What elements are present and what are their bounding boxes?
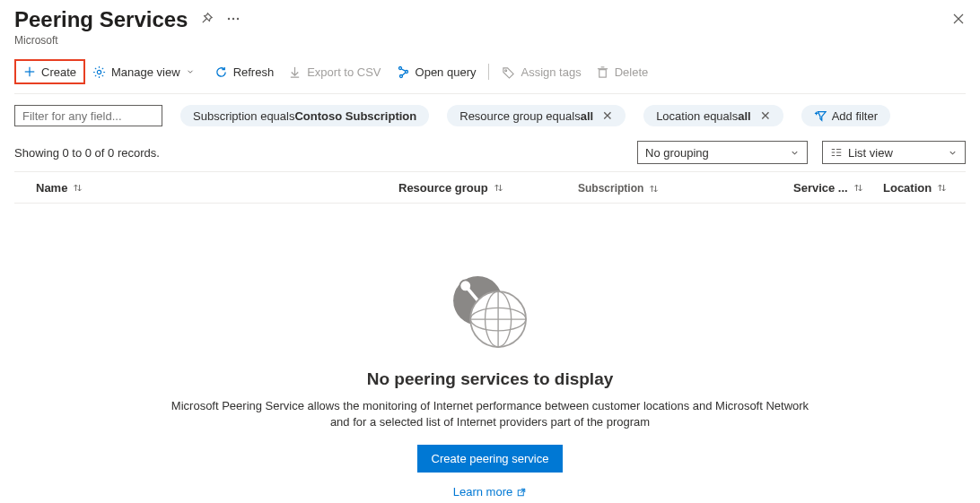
filter-pill-location[interactable]: Location equals all ✕ [643, 105, 783, 126]
col-sub-label: Subscription [578, 182, 643, 195]
assign-tags-button: Assign tags [494, 59, 588, 84]
svg-point-13 [505, 69, 507, 71]
delete-button: Delete [589, 59, 656, 84]
delete-label: Delete [615, 65, 649, 79]
create-peering-service-button[interactable]: Create peering service [417, 445, 564, 473]
pill-sub-value: Contoso Subscription [294, 109, 416, 123]
empty-description: Microsoft Peering Service allows the mon… [167, 398, 813, 430]
column-header-subscription[interactable]: Subscription [578, 182, 793, 195]
export-csv-label: Export to CSV [307, 65, 381, 79]
pill-sub-prefix: Subscription equals [193, 109, 294, 123]
export-csv-button: Export to CSV [281, 59, 388, 84]
col-loc-label: Location [883, 181, 932, 195]
learn-more-link[interactable]: Learn more [453, 485, 527, 499]
col-svc-label: Service ... [793, 181, 848, 195]
svg-point-10 [398, 67, 401, 70]
svg-point-0 [228, 17, 230, 19]
more-icon[interactable] [226, 12, 241, 29]
svg-point-11 [405, 71, 407, 74]
create-button[interactable]: Create [14, 59, 85, 84]
manage-view-label: Manage view [111, 65, 180, 79]
page-subtitle: Microsoft [14, 34, 966, 47]
column-header-location[interactable]: Location [883, 181, 958, 195]
open-query-button[interactable]: Open query [389, 59, 484, 84]
pill-rg-value: all [581, 109, 593, 123]
col-rg-label: Resource group [398, 181, 488, 195]
close-icon[interactable]: ✕ [602, 108, 613, 123]
close-icon[interactable]: ✕ [760, 108, 771, 123]
filter-pill-subscription[interactable]: Subscription equals Contoso Subscription [180, 105, 429, 126]
learn-more-label: Learn more [453, 485, 512, 499]
svg-line-45 [521, 489, 525, 493]
empty-title: No peering services to display [14, 369, 966, 389]
add-filter-label: Add filter [832, 109, 878, 123]
view-dropdown[interactable]: List view [822, 141, 966, 164]
create-label: Create [41, 65, 76, 79]
page-title: Peering Services [14, 7, 188, 32]
assign-tags-label: Assign tags [521, 65, 581, 79]
column-header-name[interactable]: Name [22, 181, 398, 195]
grouping-value: No grouping [645, 146, 709, 160]
pin-icon[interactable] [200, 12, 214, 28]
close-icon[interactable] [951, 12, 966, 29]
pill-loc-value: all [738, 109, 750, 123]
open-query-label: Open query [416, 65, 477, 79]
svg-marker-19 [818, 112, 826, 121]
column-header-resource-group[interactable]: Resource group [398, 181, 578, 195]
refresh-button[interactable]: Refresh [207, 59, 282, 84]
svg-rect-14 [599, 69, 606, 76]
svg-point-12 [399, 75, 402, 78]
col-name-label: Name [36, 181, 67, 195]
toolbar-separator [488, 64, 489, 80]
filter-pill-resource-group[interactable]: Resource group equals all ✕ [447, 105, 626, 126]
globe-icon [441, 266, 539, 359]
filter-input[interactable] [14, 105, 162, 126]
column-header-service[interactable]: Service ... [793, 181, 883, 195]
pill-rg-prefix: Resource group equals [459, 109, 580, 123]
add-filter-button[interactable]: Add filter [801, 105, 890, 126]
pill-loc-prefix: Location equals [656, 109, 738, 123]
view-value: List view [848, 146, 893, 160]
svg-point-1 [232, 17, 234, 19]
record-count: Showing 0 to 0 of 0 records. [14, 146, 160, 160]
svg-point-7 [97, 70, 101, 74]
svg-point-2 [237, 17, 239, 19]
grouping-dropdown[interactable]: No grouping [637, 141, 808, 164]
manage-view-button[interactable]: Manage view [85, 59, 207, 84]
refresh-label: Refresh [233, 65, 275, 79]
